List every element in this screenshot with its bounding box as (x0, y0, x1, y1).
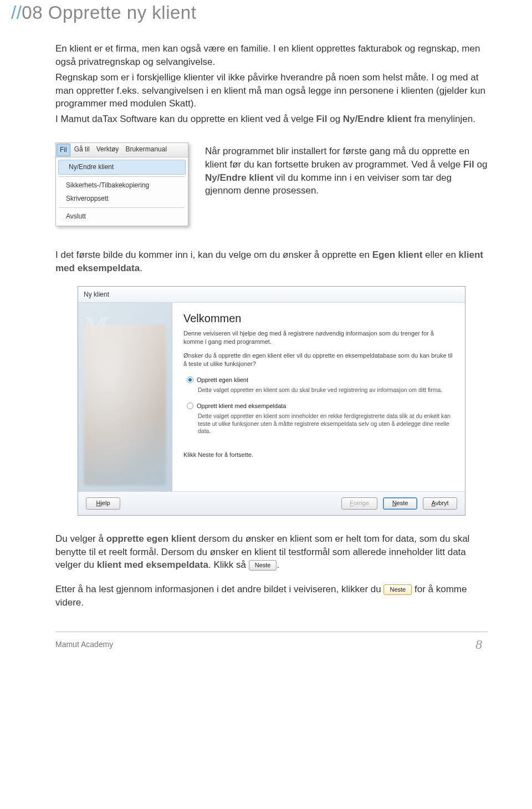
wizard-p2: Ønsker du å opprette din egen klient ell… (183, 352, 454, 368)
page-heading: //08 Opprette ny klient (11, 0, 510, 26)
menu-item-avslutt[interactable]: Avslutt (56, 210, 188, 223)
wizard-side-image: M (78, 303, 172, 491)
wizard-back-button[interactable]: Forrige (341, 497, 377, 509)
menu-bar-fil[interactable]: Fil (57, 144, 70, 156)
wizard-watermark: M (83, 307, 108, 348)
radio-sample-desc: Dette valget oppretter en klient som inn… (198, 413, 451, 435)
menu-item-skriver[interactable]: Skriveroppsett (56, 192, 188, 206)
menu-bar-brukermanual[interactable]: Brukermanual (122, 143, 170, 157)
beside-paragraph: Når programmet blir installert for først… (205, 143, 488, 226)
wizard-button-bar: Hjelp Forrige Neste Avbryt (78, 491, 465, 515)
after-paragraph-2: Etter å ha lest gjennom informasjonen i … (55, 583, 488, 609)
menu-bar-verktoy[interactable]: Verktøy (93, 143, 122, 157)
footer-brand: Mamut Academy (55, 639, 113, 650)
wizard-next-button[interactable]: Neste (383, 497, 417, 509)
wizard-p1: Denne veiviseren vil hjelpe deg med å re… (183, 329, 454, 346)
heading-number: 08 (22, 2, 43, 23)
menu-divider (59, 176, 185, 177)
after-paragraph-1: Du velger å opprette egen klient dersom … (55, 532, 488, 572)
footer-rule (55, 632, 488, 632)
menu-bar: Fil Gå til Verktøy Brukermanual (56, 143, 188, 157)
heading-slashes: // (11, 2, 22, 23)
radio-own-desc: Dette valget oppretter en klient som du … (198, 386, 451, 394)
inline-neste-button-2[interactable]: Neste (383, 584, 412, 595)
footer-page-number: 8 (475, 635, 482, 654)
radio-sample-label: Opprett klient med eksempeldata (197, 402, 286, 410)
heading-title: Opprette ny klient (48, 2, 197, 23)
intro-paragraph-2: Regnskap som er i forskjellige klienter … (55, 71, 488, 110)
wizard-heading: Velkommen (183, 311, 454, 326)
wizard-help-button[interactable]: Hjelp (86, 497, 120, 509)
wizard-option-own: Opprett egen klient Dette valget opprett… (187, 376, 451, 394)
intro-paragraph-1: En klient er et firma, men kan også være… (55, 42, 488, 69)
inline-neste-button-1[interactable]: Neste (249, 560, 277, 571)
wizard-footer-note: Klikk Neste for å fortsette. (183, 451, 454, 459)
menu-divider (59, 207, 185, 208)
radio-own-label: Opprett egen klient (197, 376, 248, 384)
page-footer: Mamut Academy 8 (55, 635, 488, 654)
wizard-titlebar: Ny klient (78, 287, 465, 303)
wizard-option-sample: Opprett klient med eksempeldata Dette va… (187, 402, 451, 435)
menu-item-ny-endre-klient[interactable]: Ny/Endre klient (58, 160, 186, 175)
wizard-dialog: Ny klient M Velkommen Denne veiviseren v… (78, 286, 466, 516)
wizard-cancel-button[interactable]: Avbryt (423, 497, 457, 509)
mid-paragraph: I det første bilde du kommer inn i, kan … (55, 248, 488, 275)
radio-sample-klient[interactable] (187, 403, 193, 409)
menu-bar-gatil[interactable]: Gå til (71, 143, 93, 157)
menu-item-sikkerhet[interactable]: Sikkerhets-/Tilbakekopiering (56, 179, 188, 192)
file-menu-screenshot: Fil Gå til Verktøy Brukermanual Ny/Endre… (55, 143, 188, 226)
intro-paragraph-3: I Mamut daTax Software kan du opprette e… (55, 113, 488, 126)
dropdown-menu: Ny/Endre klient Sikkerhets-/Tilbakekopie… (56, 157, 188, 226)
radio-own-klient[interactable] (187, 376, 193, 383)
